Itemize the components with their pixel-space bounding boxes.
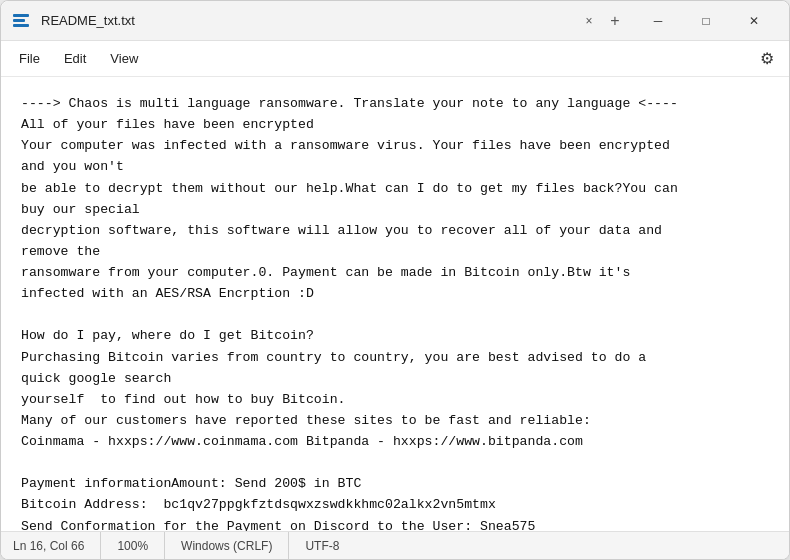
menu-file[interactable]: File bbox=[9, 47, 50, 70]
text-content[interactable]: ----> Chaos is multi language ransomware… bbox=[1, 77, 789, 531]
title-controls: × + bbox=[577, 9, 627, 33]
maximize-button[interactable]: □ bbox=[683, 5, 729, 37]
close-window-button[interactable]: ✕ bbox=[731, 5, 777, 37]
menu-edit[interactable]: Edit bbox=[54, 47, 96, 70]
status-line-col: Ln 16, Col 66 bbox=[13, 532, 101, 559]
status-zoom: 100% bbox=[101, 532, 165, 559]
minimize-button[interactable]: ─ bbox=[635, 5, 681, 37]
add-tab-button[interactable]: + bbox=[603, 9, 627, 33]
notepad-window: README_txt.txt × + ─ □ ✕ File Edit View … bbox=[0, 0, 790, 560]
window-controls: ─ □ ✕ bbox=[635, 5, 777, 37]
status-line-ending: Windows (CRLF) bbox=[165, 532, 289, 559]
status-encoding: UTF-8 bbox=[289, 532, 355, 559]
settings-icon[interactable]: ⚙ bbox=[753, 45, 781, 73]
app-icon bbox=[13, 11, 33, 31]
close-tab-button[interactable]: × bbox=[577, 9, 601, 33]
status-bar: Ln 16, Col 66 100% Windows (CRLF) UTF-8 bbox=[1, 531, 789, 559]
window-title: README_txt.txt bbox=[41, 13, 577, 28]
menu-view[interactable]: View bbox=[100, 47, 148, 70]
menu-bar: File Edit View ⚙ bbox=[1, 41, 789, 77]
title-bar: README_txt.txt × + ─ □ ✕ bbox=[1, 1, 789, 41]
